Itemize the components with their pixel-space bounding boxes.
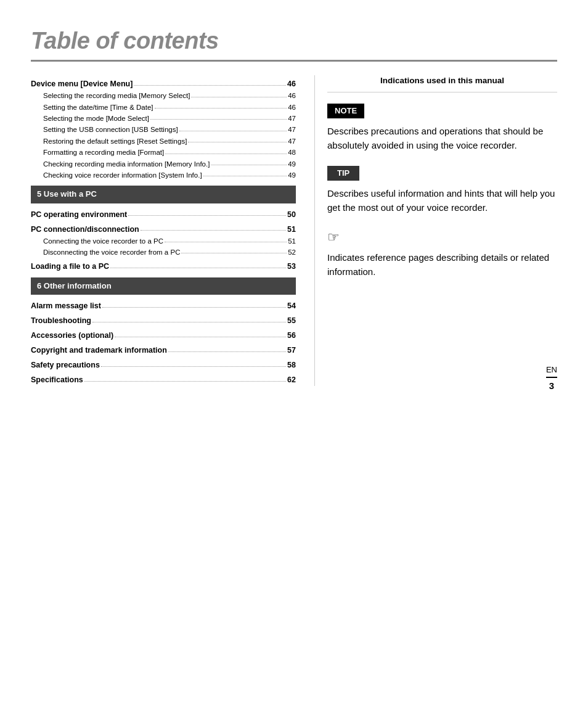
toc-pc-env: PC operating environment 50	[31, 208, 296, 221]
toc-troubleshoot: Troubleshooting 55	[31, 314, 296, 327]
toc-left-column: Device menu [Device Menu] 46 Selecting t…	[31, 75, 314, 386]
toc-item: Formatting a recording media [Format] 48	[43, 147, 296, 158]
device-menu-items: Selecting the recording media [Memory Se…	[31, 90, 296, 181]
note-badge: NOTE	[327, 104, 364, 118]
ref-icon: ☞	[327, 228, 340, 247]
ref-block: ☞ Indicates reference pages describing d…	[327, 228, 557, 279]
toc-device-menu: Device menu [Device Menu] 46	[31, 78, 296, 90]
indications-title: Indications used in this manual	[327, 75, 557, 92]
section5-header: 5 Use with a PC	[31, 186, 296, 203]
note-text: Describes precautions and operations tha…	[327, 125, 557, 152]
tip-block: TIP Describes useful information and hin…	[327, 166, 557, 215]
toc-item: Selecting the mode [Mode Select] 47	[43, 113, 296, 124]
footer-page-num: 3	[546, 377, 557, 392]
indications-column: Indications used in this manual NOTE Des…	[314, 75, 557, 386]
toc-item: Checking voice recorder information [Sys…	[43, 170, 296, 181]
toc-item: Restoring the default settings [Reset Se…	[43, 136, 296, 147]
toc-safety: Safety precautions 58	[31, 359, 296, 371]
toc-item: Checking recording media information [Me…	[43, 158, 296, 170]
toc-item: Setting the USB connection [USB Settings…	[43, 124, 296, 135]
toc-item: Selecting the recording media [Memory Se…	[43, 90, 296, 101]
section6-header: 6 Other information	[31, 277, 296, 295]
note-block: NOTE Describes precautions and operation…	[327, 104, 557, 152]
footer-lang: EN	[546, 364, 557, 375]
ref-text: Indicates reference pages describing det…	[327, 251, 557, 279]
toc-alarm: Alarm message list 54	[31, 300, 296, 312]
toc-load-file: Loading a file to a PC 53	[31, 260, 296, 273]
toc-accessories: Accessories (optional) 56	[31, 329, 296, 342]
toc-item: Setting the date/time [Time & Date] 46	[43, 102, 296, 113]
tip-text: Describes useful information and hints t…	[327, 187, 557, 215]
tip-badge: TIP	[327, 166, 359, 181]
toc-item: Disconnecting the voice recorder from a …	[43, 247, 296, 258]
toc-pc-conn: PC connection/disconnection 51	[31, 223, 296, 236]
toc-copyright: Copyright and trademark information 57	[31, 344, 296, 356]
page-title: Table of contents	[31, 25, 557, 57]
toc-item: Connecting the voice recorder to a PC 51	[43, 236, 296, 247]
title-divider	[31, 60, 557, 62]
pc-conn-items: Connecting the voice recorder to a PC 51…	[31, 236, 296, 258]
toc-specs: Specifications 62	[31, 374, 296, 386]
footer: EN 3	[546, 364, 557, 392]
